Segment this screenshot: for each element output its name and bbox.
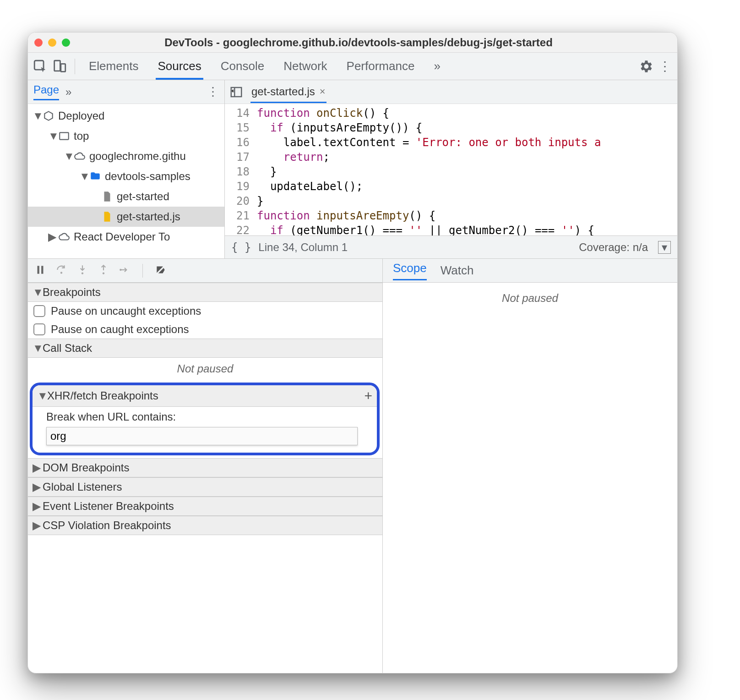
navigator-header: Page » ⋮ — [28, 80, 224, 104]
tab-console[interactable]: Console — [219, 53, 266, 80]
checkbox-icon[interactable] — [33, 323, 45, 335]
tree-label: devtools-samples — [105, 170, 190, 183]
svg-rect-1 — [54, 60, 60, 71]
xhr-input-label: Break when URL contains: — [46, 410, 370, 423]
source-code[interactable]: function onClick() { if (inputsAreEmpty(… — [254, 104, 601, 235]
device-toggle-icon[interactable] — [52, 59, 67, 74]
tab-network[interactable]: Network — [282, 53, 329, 80]
close-tab-icon[interactable]: × — [320, 86, 326, 98]
editor-tabstrip: get-started.js × — [225, 80, 677, 104]
kebab-menu-icon[interactable]: ⋮ — [657, 59, 673, 74]
scope-panel: Scope Watch Not paused — [383, 259, 677, 673]
window-title: DevTools - googlechrome.github.io/devtoo… — [78, 36, 671, 49]
svg-point-9 — [103, 272, 104, 274]
svg-point-7 — [60, 272, 62, 273]
tabs-overflow[interactable]: » — [432, 53, 442, 80]
section-csp[interactable]: ▶CSP Violation Breakpoints — [28, 516, 382, 535]
checkbox-icon[interactable] — [33, 305, 45, 317]
tree-label: get-started — [117, 190, 169, 203]
tree-label: Deployed — [58, 109, 104, 122]
main-toolbar: Elements Sources Console Network Perform… — [28, 53, 677, 80]
deactivate-breakpoints-icon[interactable] — [155, 264, 167, 278]
xhr-breakpoints-highlight: ▼XHR/fetch Breakpoints + Break when URL … — [30, 383, 380, 455]
zoom-window-icon[interactable] — [62, 38, 70, 47]
step-out-icon[interactable] — [98, 264, 109, 278]
cloud-icon — [74, 150, 86, 162]
svg-rect-6 — [41, 266, 43, 273]
tree-label: top — [74, 130, 89, 142]
frame-icon — [58, 130, 70, 142]
tab-scope[interactable]: Scope — [393, 261, 427, 280]
document-icon — [101, 191, 113, 202]
step-icon[interactable] — [119, 264, 131, 278]
tab-watch[interactable]: Watch — [441, 263, 474, 278]
editor-tab-label: get-started.js — [251, 85, 315, 98]
close-window-icon[interactable] — [34, 38, 43, 47]
tree-folder[interactable]: ▼ devtools-samples — [28, 166, 224, 186]
tree-top[interactable]: ▼ top — [28, 126, 224, 146]
step-into-icon[interactable] — [76, 264, 88, 278]
tree-deployed[interactable]: ▼ Deployed — [28, 106, 224, 126]
section-event[interactable]: ▶Event Listener Breakpoints — [28, 497, 382, 516]
debugger-toolbar — [28, 259, 382, 283]
tab-elements[interactable]: Elements — [87, 53, 140, 80]
navigator-menu-icon[interactable]: ⋮ — [207, 85, 219, 99]
tree-extension[interactable]: ▶ React Developer To — [28, 227, 224, 247]
section-xhr[interactable]: ▼XHR/fetch Breakpoints + — [33, 385, 377, 407]
navigator-sidebar: Page » ⋮ ▼ Deployed ▼ top — [28, 80, 225, 258]
code-editor: get-started.js × 14 15 16 17 18 19 20 21… — [225, 80, 677, 258]
folder-icon — [89, 170, 101, 182]
section-global[interactable]: ▶Global Listeners — [28, 477, 382, 497]
inspect-element-icon[interactable] — [33, 59, 48, 74]
js-file-icon — [101, 211, 113, 223]
add-xhr-breakpoint-icon[interactable]: + — [364, 388, 372, 404]
toggle-navigator-icon[interactable] — [229, 85, 243, 99]
coverage-toggle-icon[interactable]: ▾ — [658, 241, 671, 254]
tree-label: React Developer To — [74, 230, 170, 243]
pause-icon[interactable] — [34, 264, 46, 278]
devtools-window: DevTools - googlechrome.github.io/devtoo… — [27, 32, 678, 673]
cursor-position: Line 34, Column 1 — [258, 241, 348, 254]
divider — [75, 59, 75, 74]
debugger-panel: ▼Breakpoints Pause on uncaught exception… — [28, 259, 383, 673]
callstack-empty: Not paused — [28, 358, 382, 380]
section-breakpoints[interactable]: ▼Breakpoints — [28, 283, 382, 302]
tree-origin[interactable]: ▼ googlechrome.githu — [28, 146, 224, 166]
cloud-icon — [58, 231, 70, 243]
xhr-url-input[interactable] — [46, 427, 358, 445]
svg-rect-3 — [60, 132, 69, 139]
divider — [142, 264, 143, 278]
coverage-status: Coverage: n/a — [579, 241, 648, 254]
line-gutter: 14 15 16 17 18 19 20 21 22 — [225, 104, 254, 235]
file-tree: ▼ Deployed ▼ top ▼ googlechrome.githu — [28, 104, 224, 258]
navigator-tab-page[interactable]: Page — [33, 83, 59, 100]
pretty-print-icon[interactable]: { } — [231, 241, 251, 254]
pause-caught-row[interactable]: Pause on caught exceptions — [28, 320, 382, 339]
scope-tablist: Scope Watch — [383, 259, 677, 283]
section-callstack[interactable]: ▼Call Stack — [28, 339, 382, 358]
scope-empty: Not paused — [383, 283, 677, 309]
cube-icon — [43, 110, 54, 122]
titlebar: DevTools - googlechrome.github.io/devtoo… — [28, 33, 677, 53]
pause-uncaught-row[interactable]: Pause on uncaught exceptions — [28, 302, 382, 320]
svg-point-10 — [120, 268, 121, 270]
svg-rect-5 — [38, 266, 39, 273]
svg-rect-2 — [61, 64, 65, 71]
tree-label: googlechrome.githu — [89, 150, 186, 163]
tab-sources[interactable]: Sources — [156, 53, 203, 80]
svg-point-8 — [82, 272, 83, 274]
section-dom[interactable]: ▶DOM Breakpoints — [28, 458, 382, 477]
traffic-lights — [34, 38, 70, 47]
tree-label: get-started.js — [117, 210, 180, 223]
tree-file-js[interactable]: get-started.js — [28, 207, 224, 227]
panel-tabs: Elements Sources Console Network Perform… — [87, 53, 442, 80]
settings-icon[interactable] — [638, 59, 653, 74]
editor-statusbar: { } Line 34, Column 1 Coverage: n/a ▾ — [225, 235, 677, 258]
tree-file-html[interactable]: get-started — [28, 186, 224, 207]
navigator-overflow[interactable]: » — [65, 86, 71, 98]
minimize-window-icon[interactable] — [48, 38, 56, 47]
step-over-icon[interactable] — [55, 264, 67, 278]
tab-performance[interactable]: Performance — [345, 53, 417, 80]
editor-tab[interactable]: get-started.js × — [250, 81, 326, 103]
